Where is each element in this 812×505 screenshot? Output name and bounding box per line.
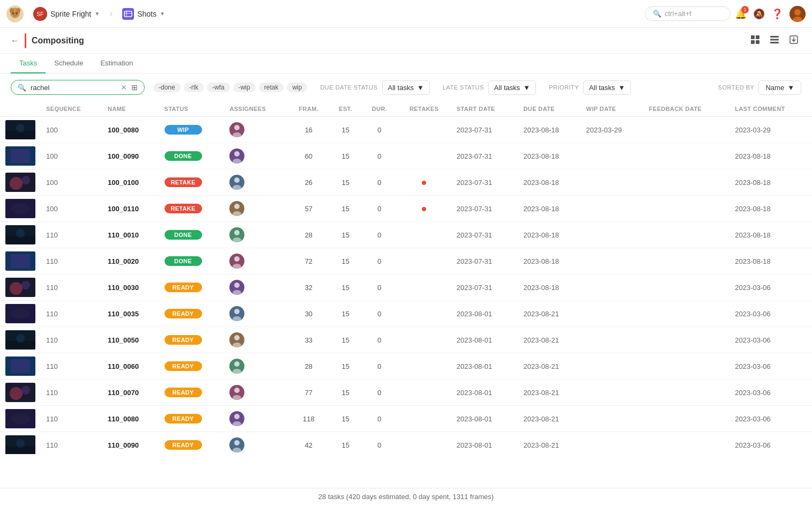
svg-point-86 — [233, 448, 241, 452]
svg-point-28 — [234, 125, 240, 130]
assignee-avatar — [229, 254, 244, 269]
sort-select[interactable]: Name ▼ — [758, 80, 801, 95]
table-row[interactable]: 110 110_0060 READY 28 15 0 2023-08-01 20… — [0, 353, 812, 380]
row-thumb-cell — [0, 327, 41, 353]
search-input[interactable] — [31, 84, 116, 92]
due-date-select[interactable]: All tasks ▼ — [382, 80, 430, 95]
assignee-avatar — [229, 201, 244, 216]
project-nav-item[interactable]: SF Sprite Fright ▼ — [28, 5, 105, 23]
tag-wfa[interactable]: -wfa — [207, 83, 230, 92]
late-status-chevron-icon: ▼ — [523, 84, 530, 92]
search-clear-button[interactable]: ✕ — [121, 83, 127, 92]
row-dur: 0 — [362, 117, 397, 143]
tag-done[interactable]: -done — [153, 83, 181, 92]
table-body: 100 100_0080 WIP 16 15 0 2023-07-31 2023… — [0, 117, 812, 455]
tag-wip[interactable]: -wip — [233, 83, 256, 92]
row-start-date: 2023-07-31 — [451, 196, 518, 222]
search-placeholder: ctrl+alt+f — [665, 10, 691, 18]
tab-estimation[interactable]: Estimation — [92, 54, 141, 73]
svg-rect-17 — [756, 35, 759, 39]
due-date-filter-group: DUE DATE STATUS All tasks ▼ — [320, 80, 429, 95]
col-thumb — [0, 101, 41, 117]
col-wip-date: WIP DATE — [581, 101, 644, 117]
row-dur: 0 — [362, 222, 397, 248]
row-name: 110_0020 — [102, 248, 159, 274]
table-row[interactable]: 110 110_0070 READY 77 15 0 2023-08-01 20… — [0, 380, 812, 406]
table-row[interactable]: 110 110_0030 READY 32 15 0 2023-07-31 20… — [0, 274, 812, 301]
search-options-button[interactable]: ⊞ — [131, 83, 138, 92]
help-button[interactable]: ❓ — [771, 8, 783, 20]
row-wip-date — [581, 196, 644, 222]
table-row[interactable]: 110 110_0050 READY 33 15 0 2023-08-01 20… — [0, 327, 812, 353]
row-frames: 77 — [288, 380, 329, 406]
row-due-date: 2023-08-21 — [518, 406, 580, 432]
nav-actions: 🔔 1 🔕 ❓ — [735, 6, 806, 22]
app-logo[interactable] — [6, 5, 24, 23]
status-badge: READY — [165, 414, 202, 424]
shots-nav-item[interactable]: Shots ▼ — [117, 6, 170, 22]
assignee-avatar — [229, 175, 244, 190]
tab-schedule[interactable]: Schedule — [46, 54, 92, 73]
table-row[interactable]: 100 100_0080 WIP 16 15 0 2023-07-31 2023… — [0, 117, 812, 143]
svg-rect-69 — [11, 359, 30, 373]
table-row[interactable]: 110 110_0090 READY 42 15 0 2023-08-01 20… — [0, 432, 812, 455]
row-sequence: 110 — [41, 301, 102, 327]
status-badge: RETAKE — [165, 177, 202, 187]
spreadsheet-view-button[interactable] — [767, 32, 782, 49]
row-feedback-date — [644, 432, 730, 455]
table-row[interactable]: 110 110_0080 READY 118 15 0 2023-08-01 2… — [0, 406, 812, 432]
row-status: READY — [159, 327, 225, 353]
back-button[interactable]: ← — [11, 36, 19, 46]
shot-thumbnail — [5, 435, 35, 454]
row-feedback-date — [644, 301, 730, 327]
table-row[interactable]: 110 110_0020 DONE 72 15 0 2023-07-31 202… — [0, 248, 812, 274]
table-header-row: SEQUENCE NAME STATUS ASSIGNEES FRAM. EST… — [0, 101, 812, 117]
priority-label: PRIORITY — [549, 84, 579, 91]
row-status: DONE — [159, 222, 225, 248]
project-icon: SF — [33, 7, 47, 21]
export-button[interactable] — [786, 32, 801, 49]
svg-point-74 — [21, 386, 30, 395]
table-row[interactable]: 100 100_0100 RETAKE 26 15 0 2023-07-31 2… — [0, 169, 812, 196]
row-thumb-cell — [0, 406, 41, 432]
row-assignees — [224, 432, 288, 455]
table-row[interactable]: 100 100_0090 DONE 60 15 0 2023-07-31 202… — [0, 143, 812, 169]
project-chevron-icon: ▼ — [94, 11, 100, 17]
table-row[interactable]: 110 110_0035 READY 30 15 0 2023-08-01 20… — [0, 301, 812, 327]
row-due-date: 2023-08-18 — [518, 248, 580, 274]
row-thumb-cell — [0, 196, 41, 222]
row-status: DONE — [159, 143, 225, 169]
user-avatar[interactable] — [789, 6, 806, 22]
svg-rect-19 — [756, 40, 759, 44]
tag-wip2[interactable]: wip — [287, 83, 307, 92]
row-frames: 30 — [288, 301, 329, 327]
assignee-avatar — [229, 280, 244, 295]
table-row[interactable]: 100 100_0110 RETAKE 57 15 0 2023-07-31 2… — [0, 196, 812, 222]
notifications-button[interactable]: 🔔 1 — [735, 8, 747, 20]
priority-select[interactable]: All tasks ▼ — [583, 80, 631, 95]
alerts-button[interactable]: 🔕 — [753, 8, 765, 20]
tag-retak[interactable]: retak — [259, 83, 284, 92]
row-frames: 26 — [288, 169, 329, 196]
row-dur: 0 — [362, 274, 397, 301]
row-thumb-cell — [0, 353, 41, 380]
row-retakes — [397, 274, 451, 301]
table-row[interactable]: 110 110_0010 DONE 28 15 0 2023-07-31 202… — [0, 222, 812, 248]
late-status-select[interactable]: All tasks ▼ — [488, 80, 536, 95]
row-dur: 0 — [362, 380, 397, 406]
row-wip-date — [581, 274, 644, 301]
svg-rect-22 — [770, 42, 779, 43]
shots-chevron-icon: ▼ — [160, 11, 165, 17]
retake-dot — [422, 181, 426, 185]
row-sequence: 110 — [41, 353, 102, 380]
late-status-filter-group: LATE STATUS All tasks ▼ — [443, 80, 536, 95]
row-status: RETAKE — [159, 196, 225, 222]
svg-point-14 — [794, 9, 801, 16]
row-feedback-date — [644, 196, 730, 222]
global-search[interactable]: 🔍 ctrl+alt+f — [645, 6, 731, 21]
grid-view-button[interactable] — [748, 32, 763, 49]
shots-icon — [122, 8, 134, 20]
tag-rtk[interactable]: -rtk — [184, 83, 204, 92]
svg-point-29 — [233, 132, 241, 137]
tab-tasks[interactable]: Tasks — [11, 54, 46, 73]
